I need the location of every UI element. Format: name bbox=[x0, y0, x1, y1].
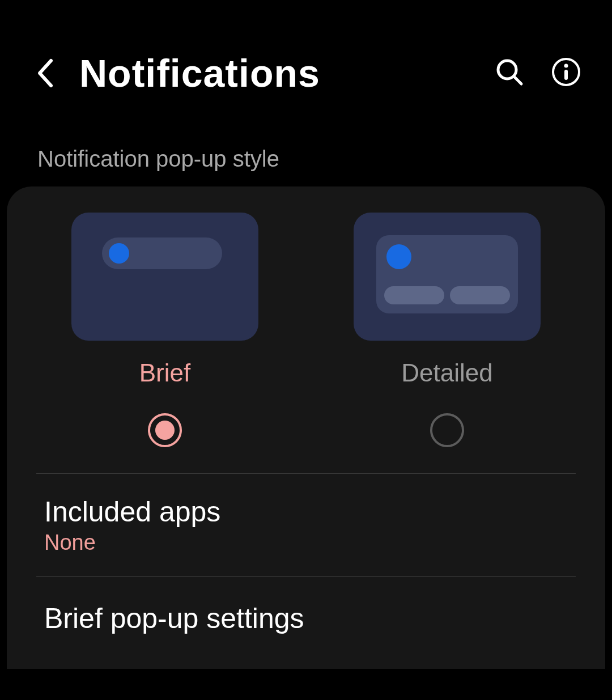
back-icon[interactable] bbox=[34, 57, 57, 89]
svg-point-3 bbox=[564, 64, 568, 68]
svg-rect-4 bbox=[564, 70, 568, 80]
settings-screen: Notifications Notification pop-up style bbox=[0, 0, 612, 700]
included-apps-title: Included apps bbox=[44, 495, 605, 528]
radio-brief[interactable] bbox=[148, 413, 182, 447]
detailed-preview bbox=[354, 213, 541, 341]
preview-bar bbox=[384, 286, 444, 304]
brief-popup-settings-item[interactable]: Brief pop-up settings bbox=[7, 577, 605, 669]
detailed-preview-box bbox=[376, 235, 518, 313]
included-apps-item[interactable]: Included apps None bbox=[7, 474, 605, 576]
info-icon[interactable] bbox=[551, 57, 581, 90]
included-apps-value: None bbox=[44, 531, 605, 555]
brief-popup-settings-title: Brief pop-up settings bbox=[44, 602, 605, 635]
style-label-brief: Brief bbox=[139, 359, 190, 387]
radio-detailed[interactable] bbox=[430, 413, 464, 447]
style-label-detailed: Detailed bbox=[401, 359, 492, 387]
page-title: Notifications bbox=[79, 51, 471, 95]
search-icon[interactable] bbox=[494, 57, 525, 90]
preview-dot-icon bbox=[386, 244, 411, 269]
style-option-brief[interactable]: Brief bbox=[46, 213, 284, 447]
popup-style-selector: Brief Detailed bbox=[7, 213, 605, 473]
header-actions bbox=[494, 57, 581, 90]
svg-line-1 bbox=[514, 77, 521, 84]
style-option-detailed[interactable]: Detailed bbox=[328, 213, 566, 447]
brief-preview-pill bbox=[102, 237, 222, 269]
preview-bar bbox=[450, 286, 510, 304]
header-bar: Notifications bbox=[0, 0, 612, 118]
section-header-popup-style: Notification pop-up style bbox=[0, 118, 612, 186]
preview-dot-icon bbox=[109, 243, 129, 264]
brief-preview bbox=[71, 213, 258, 341]
settings-card: Brief Detailed Included apps bbox=[7, 186, 605, 669]
